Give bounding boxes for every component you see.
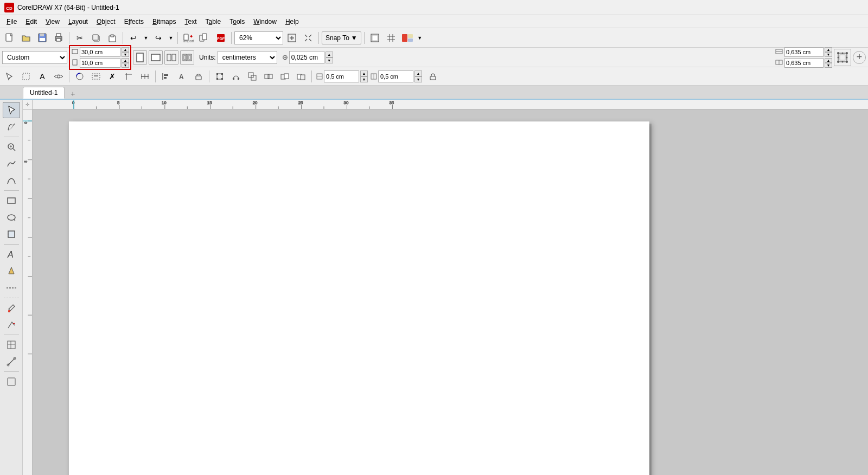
smart-fill-button[interactable] xyxy=(72,69,87,84)
menu-effects[interactable]: Effects xyxy=(120,17,148,27)
menu-help[interactable]: Help xyxy=(281,17,303,27)
size1-up-button[interactable]: ▲ xyxy=(360,70,368,76)
left-connector-button[interactable] xyxy=(3,354,20,370)
undo-button[interactable]: ↩ xyxy=(126,31,141,45)
coord2-input[interactable] xyxy=(784,58,824,68)
zoom-select[interactable]: 62% 50% 75% 100% 150% 200% xyxy=(234,31,283,44)
align-btn1[interactable] xyxy=(88,69,104,84)
menu-table[interactable]: Table xyxy=(201,17,225,27)
menu-file[interactable]: File xyxy=(2,17,21,27)
print-button[interactable] xyxy=(51,31,66,45)
node-edit-button[interactable] xyxy=(212,69,227,84)
lock-position-button[interactable] xyxy=(191,69,206,84)
cut-button[interactable]: ✂ xyxy=(72,31,87,45)
menu-layout[interactable]: Layout xyxy=(64,17,92,27)
landscape-button[interactable] xyxy=(149,50,163,65)
save-button[interactable] xyxy=(35,31,50,45)
units-select[interactable]: centimeters inches millimeters pixels xyxy=(218,51,277,64)
left-freehand-pick-button[interactable] xyxy=(3,119,20,135)
freehand-pick-button[interactable] xyxy=(18,69,34,84)
redo-button[interactable]: ↪ xyxy=(151,31,166,45)
menu-bitmaps[interactable]: Bitmaps xyxy=(148,17,180,27)
nudge-input[interactable] xyxy=(289,51,324,64)
transform-button[interactable] xyxy=(834,49,851,66)
size1-input[interactable] xyxy=(324,70,359,82)
menu-edit[interactable]: Edit xyxy=(21,17,41,27)
portrait-button[interactable] xyxy=(133,50,147,65)
coord2-up-button[interactable]: ▲ xyxy=(825,58,832,63)
left-pick-button[interactable] xyxy=(3,102,20,118)
redo-dropdown[interactable]: ▼ xyxy=(167,31,175,45)
envelope-button[interactable] xyxy=(228,69,244,84)
left-fill-button[interactable] xyxy=(3,263,20,279)
tab-untitled1[interactable]: Untitled-1 xyxy=(23,87,65,99)
height-up-button[interactable]: ▲ xyxy=(122,58,129,63)
text-tool-button[interactable]: A xyxy=(35,69,50,84)
width-down-button[interactable]: ▼ xyxy=(122,52,129,57)
left-polygon-button[interactable] xyxy=(3,226,20,242)
left-ellipse-button[interactable] xyxy=(3,209,20,226)
weld-button[interactable] xyxy=(261,69,276,84)
open-button[interactable] xyxy=(18,31,34,45)
menu-tools[interactable]: Tools xyxy=(225,17,249,27)
coord1-up-button[interactable]: ▲ xyxy=(825,47,832,52)
ruler-corner[interactable]: ✛ xyxy=(23,100,33,110)
color-settings-button[interactable] xyxy=(400,31,415,45)
menu-view[interactable]: View xyxy=(41,17,64,27)
coord1-down-button[interactable]: ▼ xyxy=(825,52,832,57)
crop-btn[interactable] xyxy=(121,69,136,84)
size2-input[interactable] xyxy=(378,70,413,82)
left-freehand-button[interactable] xyxy=(3,156,20,172)
add-page-button[interactable]: + xyxy=(853,51,866,64)
page-canvas[interactable] xyxy=(69,121,649,475)
import-button[interactable]: Import xyxy=(181,31,196,45)
text-format-button[interactable]: A xyxy=(175,69,190,84)
canvas-area[interactable]: ✛ 0 5 10 xyxy=(23,100,868,475)
left-text-button[interactable]: A xyxy=(3,246,20,262)
width-up-button[interactable]: ▲ xyxy=(122,47,129,52)
page-view-button[interactable] xyxy=(367,31,382,45)
align-left-button[interactable] xyxy=(158,69,174,84)
back-btn[interactable] xyxy=(277,69,292,84)
page-size-select[interactable]: Custom A4 Letter Legal A3 xyxy=(2,51,67,64)
zoom-page-button[interactable] xyxy=(301,31,316,45)
view-toggle-button[interactable] xyxy=(51,69,66,84)
snap-to-button[interactable]: Snap To ▼ xyxy=(322,31,361,44)
grid-lines-button[interactable] xyxy=(384,31,399,45)
pick-tool-button[interactable] xyxy=(2,69,17,84)
page-border-button[interactable] xyxy=(180,50,194,65)
coord1-input[interactable] xyxy=(784,47,824,57)
color-dropdown-button[interactable]: ▼ xyxy=(416,31,424,45)
left-dimension-button[interactable] xyxy=(3,374,20,390)
menu-window[interactable]: Window xyxy=(249,17,281,27)
menu-text[interactable]: Text xyxy=(180,17,201,27)
left-outline-button[interactable] xyxy=(3,280,20,296)
size1-down-button[interactable]: ▼ xyxy=(360,76,368,82)
size2-up-button[interactable]: ▲ xyxy=(414,70,422,76)
trim-button[interactable] xyxy=(245,69,260,84)
zoom-fit-button[interactable] xyxy=(284,31,299,45)
lock-ratio-button[interactable] xyxy=(425,69,441,84)
nudge-down-button[interactable]: ▼ xyxy=(326,57,333,63)
height-down-button[interactable]: ▼ xyxy=(122,63,129,68)
export-button[interactable] xyxy=(197,31,212,45)
publish-button[interactable]: PDF xyxy=(213,31,228,45)
paste-button[interactable] xyxy=(105,31,120,45)
left-smart-button[interactable] xyxy=(3,317,20,333)
height-input[interactable] xyxy=(80,58,120,68)
left-zoom-button[interactable] xyxy=(3,139,20,155)
copy-button[interactable] xyxy=(88,31,104,45)
page-layout-button[interactable] xyxy=(164,50,178,65)
nudge-up-button[interactable]: ▲ xyxy=(326,52,333,57)
left-eyedropper-button[interactable] xyxy=(3,300,20,316)
left-rectangle-button[interactable] xyxy=(3,192,20,209)
mask-btn[interactable]: ✗ xyxy=(105,69,120,84)
undo-dropdown[interactable]: ▼ xyxy=(142,31,150,45)
split-btn[interactable] xyxy=(137,69,152,84)
size2-down-button[interactable]: ▼ xyxy=(414,76,422,82)
front-btn[interactable] xyxy=(293,69,309,84)
menu-object[interactable]: Object xyxy=(92,17,120,27)
new-button[interactable] xyxy=(2,31,17,45)
width-input[interactable] xyxy=(80,47,120,57)
left-table-button[interactable] xyxy=(3,337,20,353)
